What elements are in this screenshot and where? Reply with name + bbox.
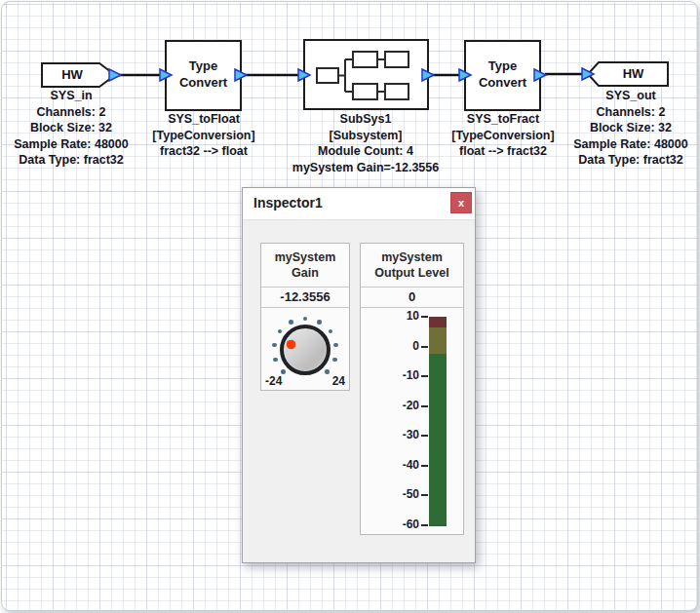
meter-value-display: 0	[361, 287, 463, 308]
tc2-caption: SYS_toFract [TypeConversion] float --> f…	[440, 111, 566, 160]
gain-knob[interactable]: -24 24	[261, 308, 349, 389]
knob-tick-dot	[333, 343, 338, 348]
meter-segment	[429, 327, 447, 355]
meter-tick-mark	[421, 524, 428, 526]
knob-tick-dot	[329, 329, 333, 334]
knob-face[interactable]	[280, 325, 331, 375]
meter-tick-label: -40	[384, 458, 419, 472]
meter-tick-mark	[421, 435, 428, 437]
knob-tick-dot	[281, 369, 286, 374]
meter-tick-label: -20	[384, 399, 419, 412]
knob-tick-dot	[278, 329, 283, 334]
sys-out-caption: SYS_out Channels: 2 Block Size: 32 Sampl…	[563, 88, 698, 169]
meter-tick-mark	[421, 346, 428, 348]
module-name: SYS_in	[1, 88, 149, 104]
meter-segment	[429, 317, 447, 327]
meter-tick-mark	[421, 494, 428, 496]
close-button[interactable]: x	[450, 192, 472, 213]
sys-in-hw-label[interactable]: HW	[42, 67, 102, 82]
tc2-label-line1: Type	[465, 57, 540, 74]
sys-out-hw-label[interactable]: HW	[599, 66, 668, 81]
gain-panel-title: mySystem Gain	[261, 244, 349, 287]
gain-value-display[interactable]: -12.3556	[261, 287, 349, 308]
tc1-caption: SYS_toFloat [TypeConversion] fract32 -->…	[140, 111, 267, 160]
meter-tick-mark	[421, 405, 428, 407]
meter-tick-label: -10	[384, 368, 419, 382]
gain-control-panel: mySystem Gain -12.3556 -24 24	[260, 243, 350, 391]
design-canvas: HW Type Convert Type Convert HW SYS_in C…	[1, 1, 698, 611]
tc1-label[interactable]: Type Convert	[166, 57, 241, 91]
meter-segment	[429, 354, 447, 525]
tc1-label-line2: Convert	[166, 74, 241, 91]
module-name: SubSys1	[278, 111, 453, 128]
output-port-icon[interactable]	[109, 69, 121, 81]
meter-tick-label: 10	[384, 309, 419, 323]
inspector-titlebar[interactable]: Inspector1 x	[243, 188, 475, 220]
meter-panel-title: mySystem Output Level	[361, 244, 463, 287]
meter-tick-label: 0	[384, 339, 419, 353]
output-level-panel: mySystem Output Level 0 100-10-20-30-40-…	[360, 243, 464, 535]
subsys1-caption: SubSys1 [Subsystem] Module Count: 4 mySy…	[278, 111, 453, 175]
module-name: SYS_toFloat	[140, 111, 267, 128]
tc1-label-line1: Type	[166, 57, 241, 74]
knob-tick-dot	[273, 358, 278, 363]
knob-tick-dot	[325, 369, 330, 374]
module-name: SYS_out	[563, 88, 698, 104]
tc2-label[interactable]: Type Convert	[465, 57, 540, 91]
tc2-label-line2: Convert	[465, 74, 540, 91]
knob-max-label: 24	[332, 374, 345, 388]
subsys-gain-readout: mySystem Gain=-12.3556	[278, 160, 453, 176]
meter-tick-mark	[421, 375, 428, 377]
meter-tick-label: -50	[384, 487, 419, 501]
sys-in-caption: SYS_in Channels: 2 Block Size: 32 Sample…	[1, 88, 149, 169]
knob-tick-dot	[289, 320, 293, 325]
output-level-meter: 100-10-20-30-40-50-60	[361, 308, 463, 534]
module-name: SYS_toFract	[440, 111, 566, 128]
knob-tick-dot	[272, 343, 277, 348]
knob-min-label: -24	[265, 374, 282, 388]
meter-tick-mark	[421, 465, 428, 467]
knob-tick-dot	[303, 317, 308, 322]
inspector-title: Inspector1	[253, 195, 323, 211]
knob-tick-dot	[317, 320, 322, 325]
meter-tick-label: -60	[384, 517, 419, 531]
inspector-window[interactable]: Inspector1 x mySystem Gain -12.3556 -24 …	[242, 187, 476, 563]
meter-tick-mark	[421, 316, 428, 318]
meter-tick-label: -30	[384, 428, 419, 441]
knob-tick-dot	[332, 358, 337, 363]
meter-bar	[429, 317, 447, 526]
